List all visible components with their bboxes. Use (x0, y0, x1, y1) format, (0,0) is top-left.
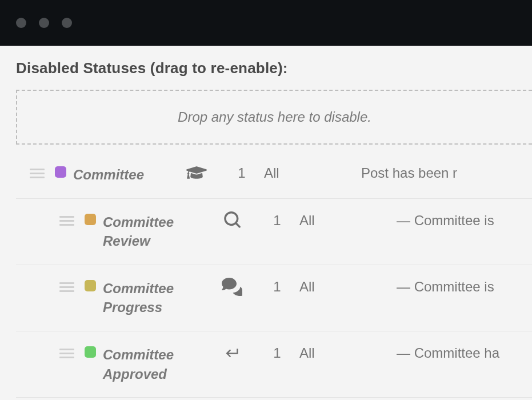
drag-handle-icon[interactable] (30, 169, 47, 178)
status-count: 1 (219, 165, 264, 181)
traffic-light-close[interactable] (16, 18, 26, 28)
status-color-swatch (85, 346, 96, 358)
status-row[interactable]: Committee Review 1 All — Committee is (16, 199, 532, 265)
disable-dropzone[interactable]: Drop any status here to disable. (16, 90, 532, 145)
status-color-swatch (85, 214, 96, 225)
status-row[interactable]: Committee Approved 1 All — Committee ha (16, 331, 532, 398)
drag-handle-icon[interactable] (59, 349, 77, 358)
status-row[interactable]: Committee Progress 1 All — Committee is (16, 265, 532, 331)
dropzone-hint: Drop any status here to disable. (178, 109, 371, 125)
status-description: — Committee ha (397, 345, 499, 361)
status-scope: All (299, 279, 397, 295)
traffic-light-minimize[interactable] (39, 18, 49, 28)
main-content: Disabled Statuses (drag to re-enable): D… (0, 46, 532, 398)
status-count: 1 (255, 213, 299, 229)
status-name: Committee Review (103, 213, 209, 251)
status-name: Committee (73, 165, 174, 185)
status-list: Committee 1 All Post has been r Committe… (16, 151, 532, 398)
status-scope: All (299, 213, 397, 229)
status-count: 1 (255, 345, 299, 361)
traffic-light-zoom[interactable] (62, 18, 72, 28)
search-icon (209, 211, 255, 229)
window-titlebar (0, 0, 532, 46)
status-color-swatch (85, 280, 96, 291)
status-description: — Committee is (397, 279, 494, 295)
status-color-swatch (55, 166, 66, 178)
status-description: Post has been r (361, 165, 457, 181)
status-scope: All (299, 345, 397, 361)
drag-handle-icon[interactable] (59, 282, 77, 292)
comments-icon (209, 278, 255, 296)
status-name: Committee Progress (103, 279, 209, 317)
status-scope: All (264, 165, 361, 181)
graduation-cap-icon (174, 164, 219, 181)
drag-handle-icon[interactable] (59, 216, 77, 226)
status-name: Committee Approved (103, 345, 209, 383)
section-heading: Disabled Statuses (drag to re-enable): (16, 59, 532, 77)
status-count: 1 (255, 279, 299, 295)
status-description: — Committee is (397, 213, 494, 229)
status-row[interactable]: Committee 1 All Post has been r (16, 151, 532, 199)
reply-icon (209, 344, 255, 360)
